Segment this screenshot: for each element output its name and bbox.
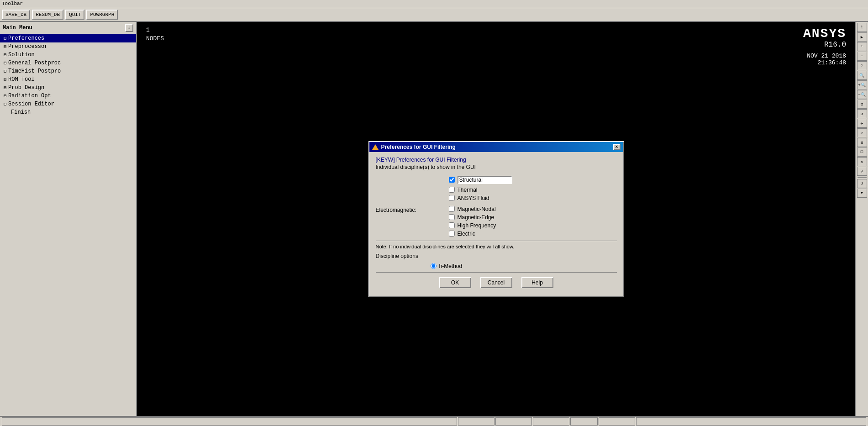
status-bar	[0, 416, 868, 426]
right-icon-minus[interactable]: −	[857, 52, 867, 61]
sidebar-item-timehist-postpro[interactable]: ⊞ TimeHist Postpro	[0, 67, 136, 75]
h-method-radio[interactable]	[431, 263, 437, 269]
ansys-time-text: 21:36:48	[803, 59, 846, 66]
dialog-title-bar: Preferences for GUI Filtering ×	[369, 142, 623, 152]
resum-db-button[interactable]: RESUM_DB	[32, 10, 63, 20]
discipline-options-label: Discipline options	[376, 253, 617, 259]
right-icon-zoom-in[interactable]: +🔍	[857, 80, 867, 89]
sidebar-item-preprocessor[interactable]: ⊞ Preprocessor	[0, 42, 136, 51]
structural-checkbox[interactable]	[449, 177, 455, 183]
sidebar-item-finish[interactable]: Finish	[0, 108, 136, 116]
right-icon-pan[interactable]: ✛	[857, 119, 867, 128]
expand-icon-general-postproc: ⊞	[4, 60, 6, 66]
magnetic-nodal-checkbox[interactable]	[449, 206, 455, 212]
electric-label: Electric	[458, 231, 475, 237]
sidebar-item-label-rom-tool: ROM Tool	[8, 76, 35, 83]
sidebar-header: Main Menu ↕	[0, 22, 136, 34]
sidebar-title: Main Menu	[3, 25, 32, 31]
ansys-fluid-checkbox[interactable]	[449, 195, 455, 201]
right-icon-1[interactable]: 1	[857, 23, 867, 32]
ok-button[interactable]: OK	[439, 277, 471, 288]
dialog-overlay: Preferences for GUI Filtering × [KEYW] P…	[137, 22, 855, 416]
structural-row	[449, 176, 512, 184]
dialog-subtitle: Individual discipline(s) to show in the …	[376, 164, 617, 170]
sidebar-item-solution[interactable]: ⊞ Solution	[0, 51, 136, 59]
magnetic-edge-checkbox[interactable]	[449, 214, 455, 220]
dialog-buttons: OK Cancel Help	[376, 272, 617, 292]
sidebar-item-radiation-opt[interactable]: ⊞ Radiation Opt	[0, 92, 136, 100]
expand-icon-finish	[4, 110, 9, 115]
toolbar: SAVE_DB RESUM_DB QUIT POWRGRPH	[0, 8, 868, 22]
sidebar-item-rom-tool[interactable]: ⊞ ROM Tool	[0, 75, 136, 84]
viewport-number: 1	[146, 26, 164, 33]
expand-icon-prob-design: ⊞	[4, 85, 6, 90]
high-frequency-checkbox[interactable]	[449, 222, 455, 228]
right-icon-search[interactable]: 🔍	[857, 71, 867, 80]
dialog-close-button[interactable]: ×	[613, 144, 621, 150]
right-icon-plus[interactable]: +	[857, 42, 867, 51]
right-icon-down[interactable]: ▼	[857, 189, 867, 198]
status-segment-3	[495, 417, 532, 426]
thermal-checkbox[interactable]	[449, 187, 455, 193]
quit-button[interactable]: QUIT	[65, 10, 84, 20]
electromagnetic-label: Electromagnetic:	[376, 206, 449, 213]
powrgrph-button[interactable]: POWRGRPH	[86, 10, 118, 20]
sidebar-item-general-postproc[interactable]: ⊞ General Postproc	[0, 59, 136, 67]
dialog-keyw-text: [KEYW] Preferences for GUI Filtering	[376, 157, 617, 163]
right-panel: 1 ▶ + − ○ 🔍 +🔍 −🔍 ⊡ ↺ ✛ ↩ ⊠ □ ↻ ⇄ 3 ▼	[855, 22, 868, 416]
right-icon-circle[interactable]: ○	[857, 61, 867, 70]
main-layout: Main Menu ↕ ⊞ Preferences ⊞ Preprocessor…	[0, 22, 868, 416]
expand-icon-radiation-opt: ⊞	[4, 93, 6, 99]
title-bar: Toolbar	[0, 0, 868, 8]
status-segment-6	[599, 417, 635, 426]
magnetic-nodal-row: Magnetic-Nodal	[449, 206, 496, 212]
help-button[interactable]: Help	[521, 277, 553, 288]
status-segment-2	[458, 417, 494, 426]
sidebar-item-preferences[interactable]: ⊞ Preferences	[0, 34, 136, 42]
sidebar-item-label-radiation-opt: Radiation Opt	[8, 93, 51, 99]
ansys-fluid-label: ANSYS Fluid	[458, 195, 489, 201]
ansys-fluid-row: ANSYS Fluid	[449, 195, 489, 201]
cancel-button[interactable]: Cancel	[480, 277, 512, 288]
sidebar-item-label-prob-design: Prob Design	[8, 84, 44, 91]
right-icon-reset[interactable]: ↩	[857, 128, 867, 137]
right-icon-rotate[interactable]: ↺	[857, 109, 867, 118]
sidebar-item-label-session-editor: Session Editor	[8, 101, 54, 107]
right-icon-pick[interactable]: ⊠	[857, 138, 867, 147]
dialog-note: Note: If no individual disciplines are s…	[376, 241, 617, 249]
sidebar-scroll-button[interactable]: ↕	[125, 24, 133, 32]
expand-icon-timehist-postpro: ⊞	[4, 68, 6, 74]
sidebar-item-label-timehist-postpro: TimeHist Postpro	[8, 68, 61, 74]
viewport-label: 1 NODES	[146, 26, 164, 42]
high-frequency-row: High Frequency	[449, 222, 496, 229]
sidebar-item-session-editor[interactable]: ⊞ Session Editor	[0, 100, 136, 108]
electric-checkbox[interactable]	[449, 231, 455, 237]
right-icon-fit[interactable]: ⊡	[857, 100, 867, 109]
expand-icon-session-editor: ⊞	[4, 101, 6, 107]
electric-row: Electric	[449, 231, 496, 237]
save-db-button[interactable]: SAVE_DB	[2, 10, 30, 20]
right-icon-flip[interactable]: ⇄	[857, 167, 867, 176]
ansys-info: ANSYS R16.0 NOV 21 2018 21:36:48	[803, 26, 846, 66]
expand-icon-preprocessor: ⊞	[4, 44, 6, 49]
sidebar-item-label-solution: Solution	[8, 52, 35, 58]
title-text: Toolbar	[2, 1, 23, 6]
dialog-title-text: Preferences for GUI Filtering	[381, 144, 613, 150]
structural-input[interactable]	[458, 176, 512, 184]
right-icon-zoom-out[interactable]: −🔍	[857, 90, 867, 99]
ansys-date-text: NOV 21 2018	[803, 53, 846, 59]
right-icon-rot2[interactable]: ↻	[857, 157, 867, 166]
sidebar-item-label-finish: Finish	[11, 109, 31, 116]
sidebar: Main Menu ↕ ⊞ Preferences ⊞ Preprocessor…	[0, 22, 137, 416]
magnetic-nodal-label: Magnetic-Nodal	[458, 206, 496, 212]
magnetic-edge-label: Magnetic-Edge	[458, 214, 494, 221]
sidebar-item-label-preferences: Preferences	[8, 35, 44, 42]
sidebar-item-prob-design[interactable]: ⊞ Prob Design	[0, 84, 136, 92]
right-icon-box[interactable]: □	[857, 147, 867, 157]
expand-icon-preferences: ⊞	[4, 36, 6, 41]
dialog-body: [KEYW] Preferences for GUI Filtering Ind…	[369, 152, 623, 296]
right-icon-play[interactable]: ▶	[857, 32, 867, 42]
expand-icon-solution: ⊞	[4, 52, 6, 58]
expand-icon-rom-tool: ⊞	[4, 77, 6, 82]
right-icon-3[interactable]: 3	[857, 179, 867, 188]
